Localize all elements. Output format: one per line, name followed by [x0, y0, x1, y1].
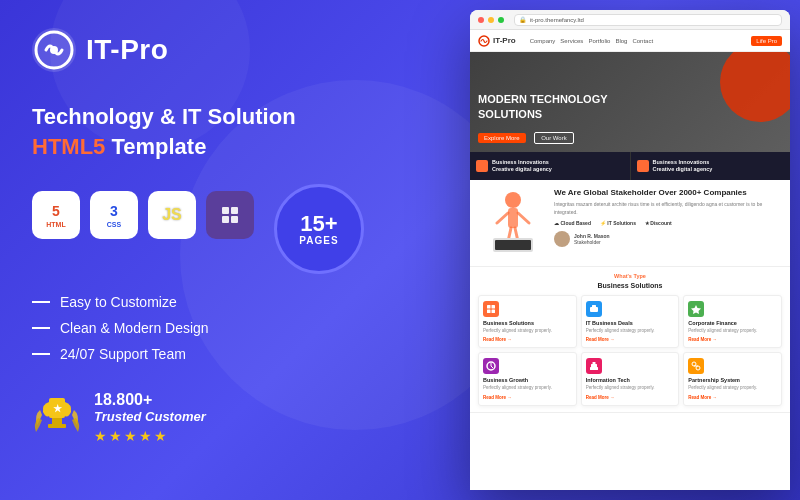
left-panel: IT-Pro Technology & IT Solution HTML5 Te…: [0, 0, 430, 500]
css3-badge: 3 CSS: [90, 191, 138, 239]
js-badge: JS: [148, 191, 196, 239]
star-5: ★: [154, 428, 167, 444]
svg-rect-4: [231, 207, 238, 214]
feature-text-1: Easy to Customize: [60, 294, 177, 310]
stakeholder-info: We Are Global Stakeholder Over 2000+ Com…: [554, 188, 782, 258]
svg-point-31: [696, 366, 700, 370]
svg-rect-27: [590, 367, 598, 370]
feature-item-3: 24/07 Support Team: [32, 346, 398, 362]
nav-blog: Blog: [615, 38, 627, 44]
card-title-2: IT Business Deals: [586, 320, 675, 326]
solution-card-1: Business Solutions Perfectly aligned str…: [478, 295, 577, 348]
card-title-3: Corporate Finance: [688, 320, 777, 326]
feature-dash-2: [32, 327, 50, 329]
mockup-logo-icon: [478, 35, 490, 47]
stakeholder-illustration: [478, 188, 548, 258]
svg-rect-25: [592, 305, 596, 308]
innovation-text-2: Business InnovationsCreative digital age…: [653, 159, 713, 173]
solution-card-3: Corporate Finance Perfectly aligned stra…: [683, 295, 782, 348]
svg-rect-22: [487, 310, 491, 314]
logo-icon: [32, 28, 76, 72]
star-1: ★: [94, 428, 107, 444]
card-title-5: Information Tech: [586, 377, 675, 383]
reviewer-avatar: [554, 231, 570, 247]
mockup-logo-text: IT-Pro: [493, 36, 516, 45]
mockup-cta-button[interactable]: Life Pro: [751, 36, 782, 46]
innovation-icon-2: [637, 160, 649, 172]
main-container: IT-Pro Technology & IT Solution HTML5 Te…: [0, 0, 800, 500]
svg-point-2: [50, 46, 58, 54]
middle-row: 5 HTML 3 CSS JS: [32, 184, 398, 274]
solutions-section: What's Type Business Solutions Business …: [470, 267, 790, 413]
svg-rect-13: [508, 208, 518, 228]
hero-secondary-button[interactable]: Our Work: [534, 132, 574, 144]
close-dot: [478, 17, 484, 23]
read-more-5[interactable]: Read More →: [586, 395, 675, 400]
trust-number: 18.800+: [94, 391, 206, 409]
svg-point-30: [692, 362, 696, 366]
svg-line-15: [518, 213, 529, 223]
stars-row: ★ ★ ★ ★ ★: [94, 428, 206, 444]
feature-text-3: 24/07 Support Team: [60, 346, 186, 362]
card-desc-4: Perfectly aligned strategy properly.: [483, 385, 572, 391]
stakeholder-desc: Integritas mazam deteruit archite risus …: [554, 201, 782, 216]
read-more-1[interactable]: Read More →: [483, 337, 572, 342]
read-more-4[interactable]: Read More →: [483, 395, 572, 400]
nav-contact: Contact: [632, 38, 653, 44]
features-list: Easy to Customize Clean & Modern Design …: [32, 294, 398, 362]
svg-rect-28: [591, 364, 597, 367]
address-text: it-pro.themefancy.ltd: [530, 17, 584, 23]
read-more-2[interactable]: Read More →: [586, 337, 675, 342]
mockup-nav: IT-Pro Company Services Portfolio Blog C…: [470, 30, 790, 52]
html5-badge: 5 HTML: [32, 191, 80, 239]
svg-rect-8: [52, 418, 62, 424]
reviewer-row: John R. MasonStakeholder: [554, 231, 782, 247]
card-desc-6: Perfectly aligned strategy properly.: [688, 385, 777, 391]
mockup-hero: MODERN TECHNOLOGYSOLUTIONS Explore More …: [470, 52, 790, 152]
nav-company: Company: [530, 38, 556, 44]
svg-point-12: [505, 192, 521, 208]
svg-rect-29: [592, 362, 595, 364]
innovation-text-1: Business InnovationsCreative digital age…: [492, 159, 552, 173]
solution-icon-4: [483, 358, 499, 374]
star-2: ★: [109, 428, 122, 444]
nav-services: Services: [560, 38, 583, 44]
hero-text: MODERN TECHNOLOGYSOLUTIONS Explore More …: [478, 92, 782, 144]
feature-item-1: Easy to Customize: [32, 294, 398, 310]
svg-rect-21: [492, 305, 496, 309]
box-badge: [206, 191, 254, 239]
card-title-1: Business Solutions: [483, 320, 572, 326]
star-4: ★: [139, 428, 152, 444]
card-desc-3: Perfectly aligned strategy properly.: [688, 328, 777, 334]
solution-icon-2: [586, 301, 602, 317]
svg-text:★: ★: [53, 403, 63, 414]
feature-item-2: Clean & Modern Design: [32, 320, 398, 336]
read-more-6[interactable]: Read More →: [688, 395, 777, 400]
headline: Technology & IT Solution HTML5 Template: [32, 104, 398, 160]
stakeholder-title: We Are Global Stakeholder Over 2000+ Com…: [554, 188, 782, 198]
stakeholder-section: We Are Global Stakeholder Over 2000+ Com…: [470, 180, 790, 267]
hero-cta-button[interactable]: Explore More: [478, 133, 526, 143]
trust-info: 18.800+ Trusted Customer ★ ★ ★ ★ ★: [94, 391, 206, 444]
logo-area: IT-Pro: [32, 28, 398, 72]
card-title-6: Partnership System: [688, 377, 777, 383]
read-more-3[interactable]: Read More →: [688, 337, 777, 342]
browser-mockup: 🔒 it-pro.themefancy.ltd IT-Pro Company S…: [470, 10, 790, 490]
card-desc-1: Perfectly aligned strategy properly.: [483, 328, 572, 334]
solutions-label: What's Type: [478, 273, 782, 279]
nav-portfolio: Portfolio: [588, 38, 610, 44]
svg-rect-9: [48, 424, 66, 428]
feature-dash: [32, 301, 50, 303]
trust-text: Trusted Customer: [94, 409, 206, 424]
minimize-dot: [488, 17, 494, 23]
svg-rect-6: [231, 216, 238, 223]
browser-address: 🔒 it-pro.themefancy.ltd: [514, 14, 782, 26]
solution-icon-5: [586, 358, 602, 374]
innovations-bar: Business InnovationsCreative digital age…: [470, 152, 790, 180]
solutions-grid: Business Solutions Perfectly aligned str…: [478, 295, 782, 406]
browser-bar: 🔒 it-pro.themefancy.ltd: [470, 10, 790, 30]
innovation-item-2: Business InnovationsCreative digital age…: [631, 152, 791, 180]
right-panel: 🔒 it-pro.themefancy.ltd IT-Pro Company S…: [430, 0, 800, 500]
trophy-icon: ★: [32, 390, 82, 445]
solution-card-2: IT Business Deals Perfectly aligned stra…: [581, 295, 680, 348]
